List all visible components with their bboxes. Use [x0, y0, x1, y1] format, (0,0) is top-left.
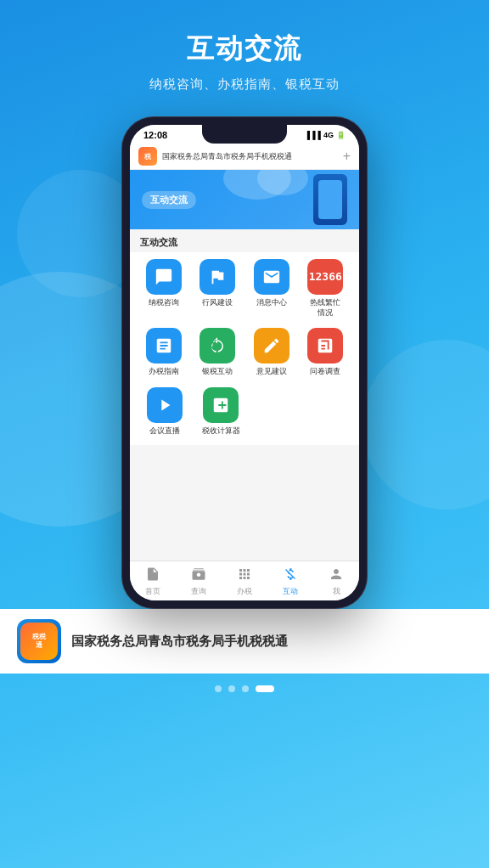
home-label: 首页 [145, 586, 160, 597]
dot-4[interactable] [256, 685, 274, 692]
page-title: 互动交流 [149, 31, 340, 68]
interact-label: 互动 [283, 586, 298, 597]
grid-item-bank-tax[interactable]: 银税互动 [193, 328, 244, 377]
message-center-icon [254, 259, 289, 295]
bank-tax-icon [200, 328, 235, 364]
grid-item-live[interactable]: 会议直播 [138, 387, 191, 437]
bottom-logo: 税税通 [17, 619, 61, 663]
phone-mockup: 12:08 ▐▐▐ 4G 🔋 税 国家税务总局青岛市税务局手机税税通 + 互动交… [121, 116, 368, 609]
interact-icon [283, 566, 298, 584]
grid-item-calculator[interactable]: 税收计算器 [194, 387, 247, 437]
profile-label: 我 [333, 586, 340, 597]
battery-icon: 🔋 [336, 131, 346, 139]
grid-row-1: 纳税咨询 行风建设 消息中心 12366 热线繁忙 情况 [130, 252, 359, 324]
tax-service-label: 办税 [237, 586, 252, 597]
page-header: 互动交流 纳税咨询、办税指南、银税互动 [149, 0, 340, 110]
style-building-label: 行风建设 [202, 298, 233, 308]
survey-label: 问卷调查 [310, 367, 340, 377]
app-bar-title: 国家税务总局青岛市税务局手机税税通 [162, 151, 338, 162]
tax-guide-label: 办税指南 [149, 367, 179, 377]
query-label: 查询 [191, 586, 206, 597]
network-type: 4G [323, 131, 334, 139]
status-bar: 12:08 ▐▐▐ 4G 🔋 [130, 125, 359, 144]
bg-decoration-2 [362, 340, 489, 510]
bottom-logo-inner: 税税通 [20, 623, 58, 660]
grid-item-hotline[interactable]: 12366 热线繁忙 情况 [301, 259, 351, 318]
banner: 互动交流 [130, 170, 359, 229]
grid-item-tax-consult[interactable]: 纳税咨询 [138, 259, 189, 318]
bottom-banner: 税税通 国家税务总局青岛市税务局手机税税通 [0, 609, 489, 674]
status-icons: ▐▐▐ 4G 🔋 [305, 131, 346, 139]
banner-phone-screen-inner [318, 180, 342, 219]
grid-row-2: 办税指南 银税互动 意见建议 [130, 324, 359, 384]
tax-consult-label: 纳税咨询 [149, 298, 179, 308]
logo-text: 税税通 [32, 633, 46, 649]
hotline-icon: 12366 [307, 259, 343, 295]
nav-item-query[interactable]: 查询 [176, 566, 222, 597]
nav-item-tax-service[interactable]: 办税 [222, 566, 267, 597]
suggestions-icon [254, 328, 289, 364]
grid-item-tax-guide[interactable]: 办税指南 [138, 328, 189, 377]
dot-3[interactable] [242, 685, 249, 692]
bottom-banner-text: 国家税务总局青岛市税务局手机税税通 [71, 634, 288, 650]
home-icon [145, 566, 160, 584]
survey-icon [307, 328, 343, 364]
banner-phone-image [313, 174, 347, 225]
page-subtitle: 纳税咨询、办税指南、银税互动 [149, 76, 340, 93]
suggestions-label: 意见建议 [256, 367, 287, 377]
message-center-label: 消息中心 [256, 298, 287, 308]
bank-tax-label: 银税互动 [202, 367, 233, 377]
pagination [215, 674, 274, 699]
hotline-label: 热线繁忙 情况 [310, 298, 340, 318]
grid-item-survey[interactable]: 问卷调查 [301, 328, 351, 377]
banner-tag: 互动交流 [142, 191, 196, 209]
status-time: 12:08 [143, 130, 167, 140]
add-icon[interactable]: + [343, 149, 351, 164]
app-bar: 税 国家税务总局青岛市税务局手机税税通 + [130, 144, 359, 170]
live-icon [147, 387, 183, 423]
nav-item-interact[interactable]: 互动 [267, 566, 313, 597]
nav-item-profile[interactable]: 我 [313, 566, 359, 597]
bottom-navigation: 首页 查询 办税 互动 [130, 561, 359, 600]
style-building-icon [200, 259, 235, 295]
grid-item-style-building[interactable]: 行风建设 [193, 259, 244, 318]
section-title: 互动交流 [130, 229, 359, 252]
signal-icon: ▐▐▐ [305, 131, 321, 139]
profile-icon [329, 566, 344, 584]
tax-service-icon [237, 566, 252, 584]
nav-item-home[interactable]: 首页 [130, 566, 176, 597]
content-spacer [130, 445, 359, 561]
app-logo-icon: 税 [138, 147, 157, 166]
phone-frame: 12:08 ▐▐▐ 4G 🔋 税 国家税务总局青岛市税务局手机税税通 + 互动交… [121, 116, 368, 609]
grid-item-message-center[interactable]: 消息中心 [246, 259, 297, 318]
phone-screen: 12:08 ▐▐▐ 4G 🔋 税 国家税务总局青岛市税务局手机税税通 + 互动交… [130, 125, 359, 600]
calculator-icon [203, 387, 239, 423]
dot-2[interactable] [228, 685, 235, 692]
calculator-label: 税收计算器 [202, 426, 240, 437]
grid-row-3: 会议直播 税收计算器 [130, 384, 359, 445]
tax-consult-icon [146, 259, 182, 295]
grid-item-suggestions[interactable]: 意见建议 [246, 328, 297, 377]
dot-1[interactable] [215, 685, 222, 692]
query-icon [191, 566, 206, 584]
live-label: 会议直播 [149, 426, 180, 437]
tax-guide-icon [146, 328, 182, 364]
